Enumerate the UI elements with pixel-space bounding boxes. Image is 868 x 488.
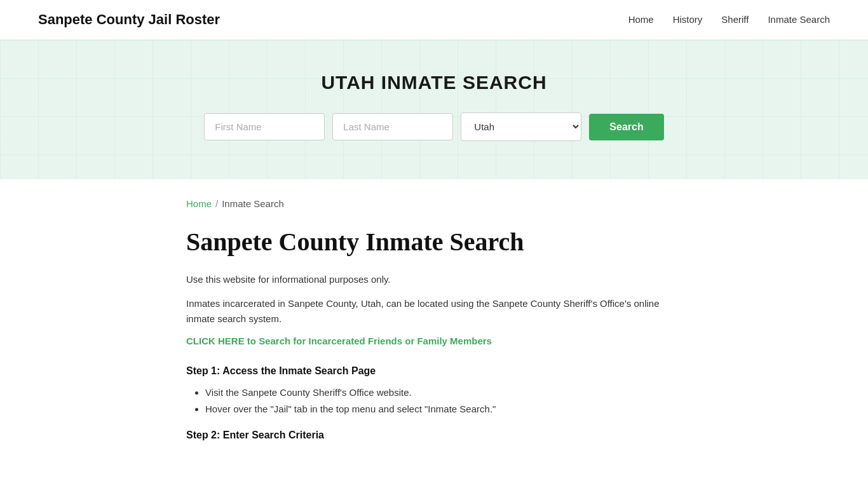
breadcrumb-home[interactable]: Home [186,198,212,209]
hero-title: UTAH INMATE SEARCH [13,72,855,93]
search-form: UtahAlabamaAlaskaArizonaArkansasCaliforn… [13,112,855,141]
nav-item-history[interactable]: History [673,14,703,25]
search-button[interactable]: Search [589,114,663,140]
breadcrumb: Home / Inmate Search [186,198,682,209]
intro-text-1: Use this website for informational purpo… [186,272,682,287]
site-title: Sanpete County Jail Roster [38,11,220,28]
nav-link-history[interactable]: History [673,14,703,25]
breadcrumb-current: Inmate Search [222,198,284,209]
last-name-input[interactable] [332,113,453,140]
nav-link-inmate-search[interactable]: Inmate Search [768,14,830,25]
step1-list: Visit the Sanpete County Sheriff's Offic… [186,384,682,417]
step2-heading: Step 2: Enter Search Criteria [186,430,682,441]
nav-link-sheriff[interactable]: Sheriff [721,14,749,25]
step1-heading: Step 1: Access the Inmate Search Page [186,365,682,377]
state-select[interactable]: UtahAlabamaAlaskaArizonaArkansasCaliforn… [461,112,581,141]
intro-text-2: Inmates incarcerated in Sanpete County, … [186,296,682,327]
main-nav: Home History Sheriff Inmate Search [628,14,830,25]
click-here-link[interactable]: CLICK HERE to Search for Incarcerated Fr… [186,336,492,346]
first-name-input[interactable] [204,113,325,140]
nav-item-home[interactable]: Home [628,14,654,25]
main-content: Home / Inmate Search Sanpete County Inma… [148,179,720,473]
breadcrumb-separator: / [215,198,218,209]
hero-banner: UTAH INMATE SEARCH UtahAlabamaAlaskaAriz… [0,40,868,179]
step1-item-1: Visit the Sanpete County Sheriff's Offic… [205,384,682,401]
step1-item-2: Hover over the "Jail" tab in the top men… [205,401,682,417]
nav-link-home[interactable]: Home [628,14,654,25]
page-title: Sanpete County Inmate Search [186,227,682,257]
nav-item-sheriff[interactable]: Sheriff [721,14,749,25]
nav-item-inmate-search[interactable]: Inmate Search [768,14,830,25]
site-header: Sanpete County Jail Roster Home History … [0,0,868,40]
nav-list: Home History Sheriff Inmate Search [628,14,830,25]
